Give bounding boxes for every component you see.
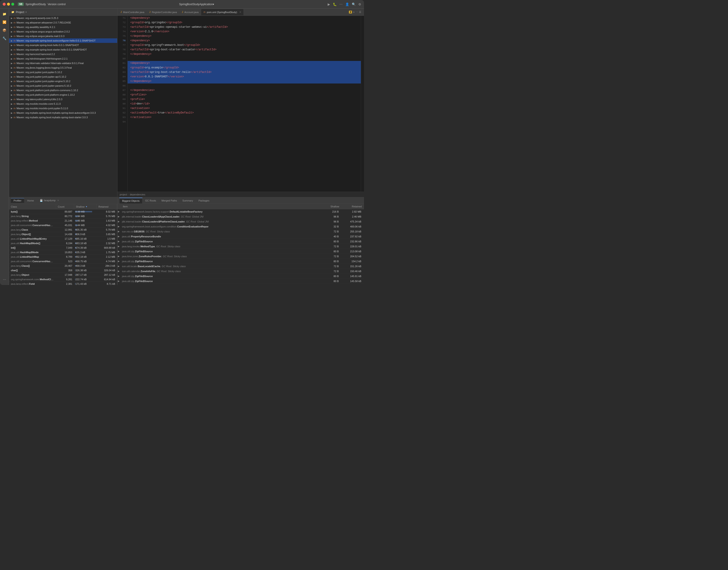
col-class[interactable]: Class [9,204,56,209]
table-row[interactable]: ▶ java.util.PropertyResourceBundle 40 B … [118,234,364,239]
table-row[interactable]: ▶ java.util.zip.ZipFile$Source 80 B 213.… [118,249,364,254]
minimize-button[interactable] [7,3,10,6]
expand-icon[interactable]: ▶ [118,285,121,285]
table-row[interactable]: java.lang.Class 12,991 935.35 kB 5.79 MB [9,228,117,232]
debug-icon[interactable]: 🐛 [333,2,337,6]
table-row[interactable]: ▶ java.lang.invoke.MethodType, GC Root: … [118,244,364,249]
expand-icon[interactable]: ▶ [118,265,121,267]
table-row[interactable]: ▶ java.util.zip.ZipFile$Source 80 B 145.… [118,274,364,279]
version-control[interactable]: Version control [48,3,65,6]
tab-home[interactable]: Home [25,198,37,203]
tab-action-sidebar[interactable]: ☰ [359,11,361,14]
sidebar-icon-vcs[interactable]: 🔀 [1,18,8,26]
sidebar-icon-folder[interactable]: 📁 [1,10,8,18]
list-item[interactable]: ▶ m Maven: org.hibernate.validator:hiber… [9,61,117,65]
table-row[interactable]: java.lang.Object[] 14,438 806.9 kB 3.65 … [9,232,117,237]
list-item[interactable]: ▶ m Maven: org.example:spring-boot-start… [9,47,117,52]
table-row[interactable]: java.lang.reflect.Field 2,381 171.43 kB … [9,282,117,285]
list-item[interactable]: ▶ m Maven: org.assertj:assertj-core:3.25… [9,16,117,20]
list-item[interactable]: ▶ m Maven: org.junit.jupiter:junit-jupit… [9,70,117,74]
expand-icon[interactable]: ▶ [118,275,121,277]
table-row[interactable]: ▶ java.util.zip.ZipFile$Source 80 B 144.… [118,284,364,285]
table-row[interactable]: java.lang.Object 17,948 287.17 kB 287.12… [9,273,117,277]
expand-icon[interactable]: ▶ [118,210,121,213]
tab-biggest-objects[interactable]: Biggest Objects [119,198,143,204]
table-row[interactable]: java.lang.Class[] 20,467 468.3 kB 284.3 … [9,264,117,268]
list-item[interactable]: ▶ m Maven: org.hamcrest:hamcrest:2.2 [9,52,117,56]
sidebar-icon-build[interactable]: 🔧 [1,35,8,42]
tab-action-expand[interactable]: ∧ [353,11,355,14]
maximize-button[interactable] [11,3,14,6]
col-count[interactable]: Count [56,204,74,209]
list-item[interactable]: ▶ m Maven: org.latencyutils:LatencyUtils… [9,97,117,101]
expand-icon[interactable]: ▶ [118,245,121,248]
search-icon[interactable]: 🔍 [352,2,356,6]
expand-icon[interactable]: ▶ [118,230,121,233]
expand-icon[interactable]: ▶ [118,255,121,258]
table-row[interactable]: ▶ jdk.internal.loader.ClassLoaders$Platf… [118,219,364,224]
breadcrumb-project[interactable]: project [120,193,127,196]
table-row[interactable]: org.springframework.core.MethodClassKey … [9,277,117,282]
sidebar-icon-deps[interactable]: 📦 [1,27,8,34]
table-row[interactable]: ▶ java.util.zip.ZipFile$Source 80 B 154.… [118,259,364,264]
expand-icon[interactable]: ▶ [118,240,121,243]
table-row[interactable]: ▶ java.util.zip.ZipFile$Source 80 B 232.… [118,239,364,244]
expand-icon[interactable]: ▶ [118,270,121,272]
table-row[interactable]: java.util.LinkedHashMap$Entry 17,129 685… [9,237,117,241]
table-row[interactable]: ▶ sun.util.calendar.ZoneInfoFile, GC Roo… [118,269,364,274]
col-retained[interactable]: Retained [97,204,117,209]
close-button[interactable] [3,3,6,6]
list-item[interactable]: ▶ m Maven: org.mybatis.spring.boot:mybat… [9,110,117,115]
table-row[interactable]: ▶ jdk.internal.loader.ClassLoaders$AppCl… [118,214,364,219]
table-row[interactable]: java.util.concurrent.ConcurrentHashMap$N… [9,259,117,264]
tab-gc-roots[interactable]: GC Roots [143,198,159,204]
list-item[interactable]: ▶ m Maven: org.mockito:mockito-junit-jup… [9,106,117,110]
project-name[interactable]: SpringBootStudy [25,3,46,6]
list-item[interactable]: ▶ m Maven: org.attoparser:attoparser:2.0… [9,20,117,25]
tab-profiler[interactable]: Profiler [11,198,24,203]
close-heapdump[interactable]: ✕ [57,199,59,202]
list-item[interactable]: ▶ m Maven: org.eclipse.angus:jakarta.mai… [9,34,117,38]
list-item[interactable]: ▶ m Maven: org.mockito:mockito-core:5.11… [9,101,117,106]
table-row[interactable]: ▶ java.util.zip.ZipFile$Source 80 B 145.… [118,279,364,284]
list-item[interactable]: ▶ m Maven: org.awaitility:awaitility:4.2… [9,25,117,29]
table-row[interactable]: int[] 7,049 674.39 kB 669.88 kB [9,246,117,250]
table-row[interactable]: java.util.concurrent.ConcurrentHashMap$N… [9,223,117,228]
list-item[interactable]: ▶ m Maven: org.junit.platform:junit-plat… [9,88,117,92]
tab-heapdump[interactable]: 💾heapdump ✕ [37,198,62,203]
list-item[interactable]: ▶ m Maven: org.junit.jupiter:junit-jupit… [9,74,117,79]
code-area[interactable]: <dependency> <groupId>org.springdoc</gro… [128,16,361,192]
tab-merged-paths[interactable]: Merged Paths [159,198,180,204]
expand-icon[interactable]: ▶ [118,280,121,282]
table-row[interactable]: ▶ sun.nio.cs.GB18030, GC Root: Sticky cl… [118,229,364,234]
expand-icon[interactable]: ▶ [118,250,121,253]
project-chevron[interactable]: ▾ [25,11,27,13]
table-row[interactable]: ▶ org.springframework.beans.factory.supp… [118,209,364,214]
tab-packages[interactable]: Packages [196,198,212,204]
run-icon[interactable]: ▶ [328,2,330,6]
tab-summary[interactable]: Summary [180,198,196,204]
table-row[interactable]: java.lang.String 80,772 1.94 MB 5.76 MB [9,214,117,219]
list-item[interactable]: ▶ m Maven: org.junit.jupiter:junit-jupit… [9,83,117,88]
table-row[interactable]: java.util.HashMap$Node 19,853 635.3 kB 1… [9,250,117,255]
expand-icon[interactable]: ▶ [118,220,121,223]
table-row[interactable]: java.util.HashMap$Node[] 8,194 683.18 kB… [9,241,117,246]
table-row[interactable]: byte[] 89,687 8.98 MB 8.02 MB [9,209,117,214]
tab-account[interactable]: J Account.java [180,9,201,15]
sidebar-icon-more[interactable]: ⋯ [1,276,8,283]
list-item[interactable]: ▶ m Maven: org.eclipse.angus:angus-activ… [9,29,117,34]
list-item[interactable]: ▶ m Maven: org.example:spring-boot-hello… [9,43,117,47]
tab-action-more[interactable]: ⋯ [356,11,358,14]
tab-pom[interactable]: m pom.xml (SpringBootStudy) ✕ [201,9,243,15]
table-row[interactable]: char[] 358 326.38 kB 326.04 kB [9,268,117,273]
list-item-selected[interactable]: ▶ m Maven: org.example:spring-boot-autoc… [9,38,117,43]
expand-icon[interactable]: ▶ [118,235,121,238]
breadcrumb-deps[interactable]: dependencies [130,193,145,196]
table-row[interactable]: ▶ java.time.zone.ZoneRulesProvider, GC R… [118,254,364,259]
list-item[interactable]: ▶ m Maven: org.mybatis.spring.boot:mybat… [9,115,117,119]
col-shallow[interactable]: Shallow ▼ [74,204,97,209]
close-pom-icon[interactable]: ✕ [239,11,241,13]
list-item[interactable]: ▶ m Maven: org.junit.jupiter:junit-jupit… [9,79,117,83]
table-row[interactable]: java.lang.reflect.Method 21,146 1.86 MB … [9,219,117,223]
table-row[interactable]: ▶ org.springframework.boot.autoconfigure… [118,224,364,229]
